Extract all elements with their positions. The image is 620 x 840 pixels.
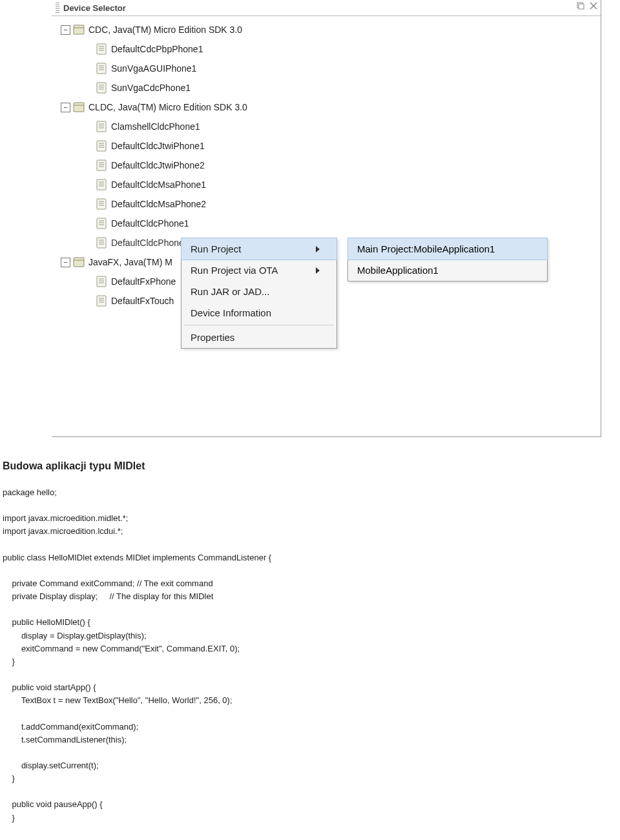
- device-label: DefaultCdcPbpPhone1: [111, 44, 203, 54]
- menu-label: Run Project: [191, 243, 241, 254]
- svg-rect-8: [97, 63, 106, 74]
- device-label: DefaultFxPhone: [111, 276, 176, 287]
- device-selector-panel: Device Selector − CDC, Java(TM) Micro Ed…: [52, 0, 601, 437]
- panel-title-bar: Device Selector: [52, 0, 601, 16]
- close-icon[interactable]: [589, 1, 598, 13]
- svg-rect-1: [579, 4, 584, 9]
- svg-rect-34: [97, 199, 106, 209]
- menu-separator: [184, 325, 334, 325]
- submenu-mobile-application[interactable]: MobileApplication1: [348, 260, 547, 281]
- svg-rect-42: [97, 238, 106, 248]
- device-icon: [96, 159, 107, 171]
- device-icon: [96, 121, 107, 132]
- device-icon: [96, 237, 107, 249]
- category-icon: [73, 256, 85, 268]
- category-icon: [73, 24, 85, 36]
- svg-rect-52: [97, 296, 106, 306]
- context-menu: Run Project Run Project via OTA Run JAR …: [181, 238, 337, 349]
- menu-device-information[interactable]: Device Information: [181, 302, 336, 323]
- device-icon: [96, 82, 107, 94]
- tree-device[interactable]: DefaultCldcJtwiPhone2: [57, 156, 601, 175]
- svg-rect-30: [97, 179, 106, 190]
- tree-device[interactable]: SunVgaAGUIPhone1: [57, 59, 601, 78]
- menu-run-project-ota[interactable]: Run Project via OTA: [181, 260, 336, 281]
- device-label: ClamshellCldcPhone1: [111, 121, 200, 132]
- svg-rect-26: [97, 160, 106, 170]
- device-icon: [96, 140, 107, 152]
- svg-rect-22: [97, 141, 106, 151]
- menu-label: Properties: [191, 332, 234, 343]
- submenu-arrow-icon: [316, 267, 320, 274]
- device-label: SunVgaCdcPhone1: [111, 83, 191, 93]
- restore-icon[interactable]: [576, 1, 585, 13]
- menu-properties[interactable]: Properties: [181, 327, 336, 348]
- tree-device[interactable]: DefaultCdcPbpPhone1: [57, 39, 601, 59]
- device-icon: [96, 63, 107, 74]
- menu-run-jar-jad[interactable]: Run JAR or JAD...: [181, 281, 336, 302]
- tree-device[interactable]: DefaultCldcJtwiPhone1: [57, 136, 601, 156]
- tree-category[interactable]: − CDC, Java(TM) Micro Edition SDK 3.0: [57, 20, 601, 39]
- article-heading: Budowa aplikacji typu MIDlet: [3, 460, 620, 472]
- device-icon: [96, 218, 107, 229]
- svg-rect-18: [97, 121, 106, 132]
- device-icon: [96, 179, 107, 190]
- menu-label: Run JAR or JAD...: [191, 286, 270, 297]
- tree-device[interactable]: ClamshellCldcPhone1: [57, 117, 601, 136]
- svg-rect-16: [74, 103, 84, 112]
- code-block: package hello; import javax.microedition…: [3, 486, 620, 840]
- category-label: CDC, Java(TM) Micro Edition SDK 3.0: [88, 25, 242, 35]
- device-icon: [96, 43, 107, 55]
- category-label: CLDC, Java(TM) Micro Edition SDK 3.0: [88, 102, 247, 112]
- submenu-arrow-icon: [316, 246, 320, 252]
- submenu-label: Main Project:MobileApplication1: [357, 243, 495, 254]
- tree-category[interactable]: − CLDC, Java(TM) Micro Edition SDK 3.0: [57, 97, 601, 117]
- grip-icon: [56, 3, 59, 13]
- category-icon: [73, 101, 85, 113]
- device-icon: [96, 198, 107, 210]
- category-label: JavaFX, Java(TM) M: [88, 257, 172, 267]
- device-label: DefaultFxTouch: [111, 296, 174, 306]
- device-label: DefaultCldcPhone1: [111, 218, 189, 229]
- collapse-icon[interactable]: −: [61, 25, 70, 35]
- svg-rect-4: [97, 44, 106, 54]
- svg-rect-46: [74, 258, 84, 267]
- device-icon: [96, 295, 107, 307]
- menu-label: Device Information: [191, 307, 271, 318]
- device-label: DefaultCldcPhone2: [111, 238, 189, 248]
- device-label: DefaultCldcJtwiPhone1: [111, 141, 205, 151]
- tree-device[interactable]: DefaultCldcMsaPhone2: [57, 194, 601, 214]
- submenu-label: MobileApplication1: [357, 265, 439, 276]
- tree-device[interactable]: DefaultCldcPhone1: [57, 214, 601, 233]
- device-label: SunVgaAGUIPhone1: [111, 63, 196, 74]
- tree-device[interactable]: DefaultCldcMsaPhone1: [57, 175, 601, 194]
- svg-rect-38: [97, 218, 106, 229]
- device-label: DefaultCldcMsaPhone2: [111, 199, 206, 209]
- device-label: DefaultCldcJtwiPhone2: [111, 160, 205, 170]
- device-icon: [96, 276, 107, 287]
- svg-rect-48: [97, 276, 106, 287]
- tree-device[interactable]: SunVgaCdcPhone1: [57, 78, 601, 97]
- menu-label: Run Project via OTA: [191, 265, 278, 276]
- menu-run-project[interactable]: Run Project: [181, 238, 337, 260]
- collapse-icon[interactable]: −: [61, 258, 70, 267]
- context-submenu: Main Project:MobileApplication1 MobileAp…: [347, 238, 548, 282]
- panel-title: Device Selector: [63, 3, 126, 13]
- svg-rect-12: [97, 83, 106, 93]
- collapse-icon[interactable]: −: [61, 103, 70, 112]
- svg-rect-2: [74, 25, 84, 34]
- article-section: Budowa aplikacji typu MIDlet package hel…: [3, 460, 620, 840]
- submenu-main-project[interactable]: Main Project:MobileApplication1: [347, 238, 548, 260]
- device-label: DefaultCldcMsaPhone1: [111, 179, 206, 190]
